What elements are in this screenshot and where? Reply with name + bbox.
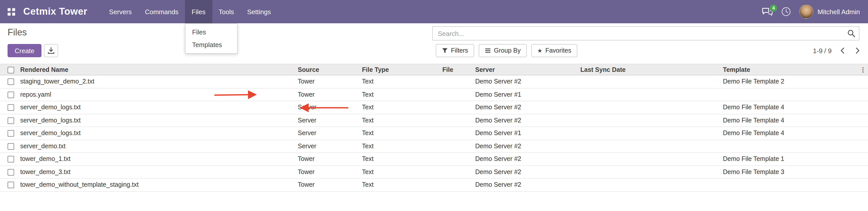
- row-checkbox-cell: [0, 88, 18, 101]
- cell-server: Demo Server #2: [473, 75, 578, 88]
- row-checkbox[interactable]: [8, 169, 14, 176]
- select-all-cell: [0, 64, 18, 75]
- cell-file-type: Text: [360, 127, 440, 140]
- column-header-source[interactable]: Source: [296, 64, 360, 75]
- row-checkbox[interactable]: [8, 182, 14, 188]
- table-body: staging_tower_demo_2.txt Tower Text Demo…: [0, 75, 868, 191]
- menu-tools-label: Tools: [219, 8, 234, 16]
- menu-settings-label: Settings: [247, 8, 271, 16]
- cell-rendered-name: server_demo_logs.txt: [18, 127, 296, 140]
- cell-file: [440, 153, 473, 165]
- group-by-bars-icon: [485, 48, 491, 54]
- table-row[interactable]: tower_demo_3.txt Tower Text Demo Server …: [0, 165, 868, 178]
- dropdown-item-templates[interactable]: Templates: [186, 38, 237, 51]
- cell-file: [440, 88, 473, 101]
- table-row[interactable]: repos.yaml Tower Text Demo Server #1: [0, 88, 868, 101]
- cell-rendered-name: server_demo_logs.txt: [18, 114, 296, 127]
- column-header-file-type[interactable]: File Type: [360, 64, 440, 75]
- cell-source: Tower: [296, 178, 360, 191]
- cell-spacer: [858, 140, 868, 153]
- column-options-icon[interactable]: ⋮: [858, 64, 868, 75]
- cell-last-sync-date: [578, 88, 721, 101]
- messages-icon[interactable]: 4: [762, 7, 773, 16]
- row-checkbox[interactable]: [8, 104, 14, 111]
- menu-commands[interactable]: Commands: [138, 0, 185, 23]
- cell-file-type: Text: [360, 101, 440, 114]
- cell-server: Demo Server #2: [473, 165, 578, 178]
- cell-rendered-name: repos.yaml: [18, 88, 296, 101]
- table-row[interactable]: server_demo_logs.txt Server Text Demo Se…: [0, 114, 868, 127]
- favorites-button[interactable]: ★ Favorites: [531, 44, 578, 57]
- filter-funnel-icon: [442, 48, 448, 54]
- table-row[interactable]: server_demo_logs.txt Server Text Demo Se…: [0, 127, 868, 140]
- menu-tools[interactable]: Tools: [212, 0, 241, 23]
- column-header-file[interactable]: File: [440, 64, 473, 75]
- row-checkbox-cell: [0, 101, 18, 114]
- cell-spacer: [858, 178, 868, 191]
- column-header-rendered-name[interactable]: Rendered Name: [18, 64, 296, 75]
- cell-spacer: [858, 75, 868, 88]
- dropdown-item-files[interactable]: Files: [186, 26, 237, 38]
- column-header-server[interactable]: Server: [473, 64, 578, 75]
- cell-source: Server: [296, 114, 360, 127]
- menu-servers[interactable]: Servers: [103, 0, 138, 23]
- cell-source: Tower: [296, 153, 360, 165]
- cell-server: Demo Server #2: [473, 140, 578, 153]
- table-row[interactable]: server_demo.txt Server Text Demo Server …: [0, 140, 868, 153]
- favorites-label: Favorites: [545, 47, 571, 54]
- menu-files[interactable]: Files Files Templates: [185, 0, 212, 23]
- cell-rendered-name: server_demo_logs.txt: [18, 101, 296, 114]
- cell-spacer: [858, 101, 868, 114]
- cell-last-sync-date: [578, 153, 721, 165]
- group-by-button[interactable]: Group By: [479, 44, 527, 57]
- table-row[interactable]: staging_tower_demo_2.txt Tower Text Demo…: [0, 75, 868, 88]
- row-checkbox-cell: [0, 127, 18, 140]
- column-header-template[interactable]: Template: [721, 64, 858, 75]
- activity-clock-icon[interactable]: [781, 7, 791, 17]
- user-menu[interactable]: Mitchell Admin: [799, 5, 860, 19]
- systray: 4 Mitchell Admin: [762, 0, 868, 23]
- apps-grid-icon[interactable]: [0, 0, 22, 23]
- pager: 1-9 / 9: [813, 44, 862, 57]
- row-checkbox[interactable]: [8, 156, 14, 163]
- row-checkbox[interactable]: [8, 117, 14, 124]
- export-button[interactable]: [44, 44, 58, 57]
- cell-source: Tower: [296, 75, 360, 88]
- clock-glyph: [781, 7, 791, 17]
- cell-file-type: Text: [360, 153, 440, 165]
- row-checkbox-cell: [0, 114, 18, 127]
- cell-server: Demo Server #2: [473, 101, 578, 114]
- download-icon: [48, 47, 55, 54]
- pager-value[interactable]: 1-9 / 9: [813, 47, 832, 54]
- files-dropdown-menu: Files Templates: [185, 23, 238, 54]
- cell-file: [440, 101, 473, 114]
- row-checkbox[interactable]: [8, 130, 14, 137]
- cell-spacer: [858, 165, 868, 178]
- table-row[interactable]: tower_demo_without_template_staging.txt …: [0, 178, 868, 191]
- filters-button[interactable]: Filters: [436, 44, 474, 57]
- filters-label: Filters: [451, 47, 468, 54]
- pager-previous-button[interactable]: [838, 45, 847, 56]
- search-input[interactable]: [433, 30, 844, 37]
- create-button[interactable]: Create: [8, 44, 41, 57]
- menu-settings[interactable]: Settings: [241, 0, 278, 23]
- cell-rendered-name: server_demo.txt: [18, 140, 296, 153]
- row-checkbox[interactable]: [8, 79, 14, 85]
- magnifier-glyph: [847, 29, 855, 37]
- row-checkbox-cell: [0, 165, 18, 178]
- group-by-label: Group By: [494, 47, 521, 54]
- table-header-row: Rendered Name Source File Type File Serv…: [0, 64, 868, 75]
- pager-next-button[interactable]: [853, 45, 862, 56]
- search-icon[interactable]: [844, 29, 859, 37]
- cell-file-type: Text: [360, 75, 440, 88]
- cell-template: Demo File Template 4: [721, 127, 858, 140]
- cell-spacer: [858, 114, 868, 127]
- table-row[interactable]: tower_demo_1.txt Tower Text Demo Server …: [0, 153, 868, 165]
- table-row[interactable]: server_demo_logs.txt Server Text Demo Se…: [0, 101, 868, 114]
- cell-rendered-name: staging_tower_demo_2.txt: [18, 75, 296, 88]
- column-header-last-sync-date[interactable]: Last Sync Date: [578, 64, 721, 75]
- row-checkbox[interactable]: [8, 143, 14, 150]
- select-all-checkbox[interactable]: [8, 66, 14, 73]
- cell-template: Demo File Template 4: [721, 101, 858, 114]
- row-checkbox[interactable]: [8, 92, 14, 98]
